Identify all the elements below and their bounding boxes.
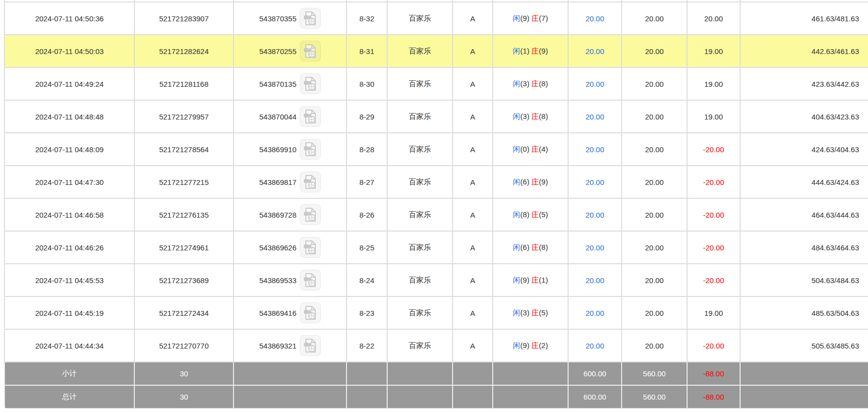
result-cell: 闲(6) 庄(9) (493, 166, 568, 198)
round-cell: 8-23 (347, 296, 387, 329)
game-id-cell: 543870355 (233, 2, 347, 35)
player-result-score: (8) (521, 210, 529, 219)
video-playback-button[interactable] (300, 8, 321, 29)
video-record-icon (303, 207, 317, 222)
record-row[interactable]: 2024-07-11 04:48:48 521721279957 5438700… (4, 100, 868, 133)
bet-amount-link[interactable]: 20.00 (585, 14, 604, 23)
win-loss-cell: 20.00 (687, 2, 740, 35)
order-id-cell: 521721283907 (134, 2, 233, 35)
game-id-value: 543869533 (259, 276, 296, 285)
video-playback-button[interactable] (300, 237, 321, 258)
time-cell: 2024-07-11 04:50:03 (4, 35, 134, 67)
result-cell: 闲(9) 庄(2) (493, 329, 568, 362)
video-record-icon (303, 109, 317, 124)
time-cell: 2024-07-11 04:49:24 (4, 67, 134, 100)
game-id-value: 543869626 (259, 243, 296, 252)
banker-result-score: (8) (539, 243, 548, 251)
video-playback-button[interactable] (300, 139, 321, 160)
record-row[interactable]: 2024-07-11 04:45:53 521721273689 5438695… (4, 264, 868, 296)
record-row[interactable]: 2024-07-11 04:48:09 521721278564 5438699… (4, 133, 868, 166)
bet-amount-link[interactable]: 20.00 (585, 47, 604, 56)
bet-amount-link[interactable]: 20.00 (585, 309, 604, 317)
video-playback-button[interactable] (300, 106, 321, 127)
bet-amount-cell: 20.00 (568, 166, 622, 198)
video-record-icon (303, 11, 317, 26)
valid-amount-cell: 20.00 (622, 35, 687, 67)
balance-cell: 444.63/424.63 (740, 166, 868, 198)
bet-amount-cell: 20.00 (568, 198, 622, 231)
video-playback-button[interactable] (300, 73, 321, 94)
bet-amount-link[interactable]: 20.00 (585, 276, 604, 285)
video-playback-button[interactable] (300, 204, 321, 225)
video-record-icon (303, 305, 317, 320)
time-cell: 2024-07-11 04:45:53 (4, 264, 134, 296)
banker-result-score: (2) (539, 341, 548, 350)
balance-cell: 504.63/484.63 (740, 264, 868, 296)
order-id-cell: 521721279957 (134, 100, 233, 133)
bet-amount-cell: 20.00 (568, 100, 622, 133)
subtotal-label: 小计 (4, 362, 134, 385)
bet-amount-link[interactable]: 20.00 (585, 113, 604, 121)
record-row[interactable]: 2024-07-11 04:47:30 521721277215 5438698… (4, 166, 868, 198)
video-playback-button[interactable] (300, 302, 321, 323)
bet-amount-link[interactable]: 20.00 (585, 211, 604, 219)
video-record-icon (303, 338, 317, 353)
player-result-label: 闲 (513, 145, 521, 153)
records-tbody: 2024-07-11 04:50:36 521721283907 5438703… (4, 0, 868, 362)
game-id-cell: 543870135 (233, 67, 347, 100)
result-cell: 闲(3) 庄(8) (493, 100, 568, 133)
table-name-cell: A (453, 2, 493, 35)
bet-amount-link[interactable]: 20.00 (585, 80, 604, 88)
valid-amount-cell: 20.00 (622, 2, 687, 35)
round-cell: 8-24 (347, 264, 387, 296)
win-loss-cell: -20.00 (687, 329, 740, 362)
record-row[interactable]: 2024-07-11 04:50:36 521721283907 5438703… (4, 2, 868, 35)
valid-amount-cell: 20.00 (622, 198, 687, 231)
bet-records-table-container: 2024-07-11 04:50:36 521721283907 5438703… (4, 0, 868, 409)
video-playback-button[interactable] (300, 172, 321, 192)
video-playback-button[interactable] (300, 270, 321, 291)
bet-amount-cell: 20.00 (568, 67, 622, 100)
record-row[interactable]: 2024-07-11 04:45:19 521721272434 5438694… (4, 296, 868, 329)
game-id-value: 543869416 (259, 309, 296, 317)
order-id-cell: 521721281168 (134, 67, 233, 100)
time-cell: 2024-07-11 04:48:09 (4, 133, 134, 166)
player-result-score: (3) (521, 79, 529, 88)
video-playback-button[interactable] (300, 335, 321, 356)
order-id-cell: 521721273689 (134, 264, 233, 296)
win-loss-cell: 19.00 (687, 296, 740, 329)
game-id-value: 543869728 (259, 211, 296, 219)
record-row[interactable]: 2024-07-11 04:46:26 521721274961 5438696… (4, 231, 868, 264)
banker-result-label: 庄 (531, 276, 539, 284)
player-result-score: (6) (521, 243, 529, 251)
bet-amount-link[interactable]: 20.00 (585, 145, 604, 154)
round-cell: 8-26 (347, 198, 387, 231)
bet-records-table: 2024-07-11 04:50:36 521721283907 5438703… (4, 0, 868, 409)
banker-result-label: 庄 (531, 177, 539, 186)
bet-amount-link[interactable]: 20.00 (585, 342, 604, 350)
game-id-value: 543869817 (259, 178, 296, 186)
player-result-score: (0) (521, 145, 529, 153)
result-cell: 闲(3) 庄(8) (493, 67, 568, 100)
order-id-cell: 521721282624 (134, 35, 233, 67)
video-playback-button[interactable] (300, 41, 321, 61)
game-id-cell: 543869626 (233, 231, 347, 264)
game-id-cell: 543869416 (233, 296, 347, 329)
record-row[interactable]: 2024-07-11 04:46:58 521721276135 5438697… (4, 198, 868, 231)
player-result-label: 闲 (513, 14, 521, 22)
bet-amount-link[interactable]: 20.00 (585, 178, 604, 186)
record-row[interactable]: 2024-07-11 04:50:03 521721282624 5438702… (4, 35, 868, 67)
record-row[interactable]: 2024-07-11 04:44:34 521721270770 5438693… (4, 329, 868, 362)
win-loss-cell: 19.00 (687, 35, 740, 67)
table-name-cell: A (453, 198, 493, 231)
order-id-cell: 521721277215 (134, 166, 233, 198)
bet-amount-link[interactable]: 20.00 (585, 243, 604, 252)
table-name-cell: A (453, 329, 493, 362)
result-cell: 闲(6) 庄(8) (493, 231, 568, 264)
player-result-label: 闲 (513, 177, 521, 186)
banker-result-score: (8) (539, 112, 548, 120)
player-result-label: 闲 (513, 308, 521, 317)
order-id-cell: 521721278564 (134, 133, 233, 166)
player-result-score: (9) (521, 341, 529, 350)
record-row[interactable]: 2024-07-11 04:49:24 521721281168 5438701… (4, 67, 868, 100)
